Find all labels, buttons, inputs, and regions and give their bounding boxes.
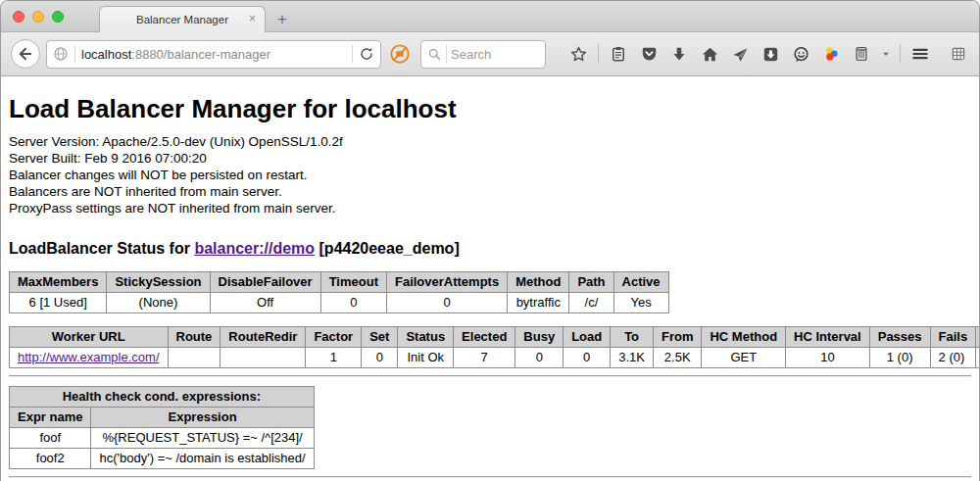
column-header: Route: [168, 327, 220, 348]
server-version-line: Server Version: Apache/2.5.0-dev (Unix) …: [9, 133, 971, 150]
url-host: localhost: [81, 47, 131, 62]
column-header: MaxMembers: [10, 272, 107, 293]
minimize-window-button[interactable]: [32, 11, 44, 23]
column-header: Status: [398, 327, 454, 348]
table-cell: GET: [702, 348, 786, 368]
table-cell: [168, 348, 220, 368]
table-cell: 1 (0): [869, 348, 930, 368]
back-icon: [17, 45, 34, 63]
url-bar[interactable]: localhost:8880/balancer-manager: [46, 40, 381, 69]
table-row: foof2hc('body') =~ /domain is establishe…: [10, 449, 315, 469]
table-cell: Off: [210, 293, 320, 313]
column-header: Expr name: [10, 408, 91, 428]
column-header: StickySession: [107, 272, 210, 293]
search-input[interactable]: [451, 47, 539, 62]
divider-rule: [9, 476, 971, 478]
home-icon[interactable]: [699, 42, 720, 66]
toolbar-icons: [567, 42, 969, 66]
pocket-icon[interactable]: [638, 42, 660, 66]
column-header: Passes: [869, 327, 930, 348]
worker-url-link[interactable]: http://www.example.com/: [18, 350, 160, 364]
column-header: HC uri: [976, 327, 979, 348]
table-cell: 0: [386, 293, 507, 313]
table-cell: Yes: [613, 293, 668, 313]
search-divider: [446, 45, 447, 63]
notes-icon[interactable]: [851, 42, 872, 66]
table-cell: 0: [515, 348, 564, 368]
column-header: DisableFailover: [210, 272, 320, 293]
status-prefix: LoadBalancer Status for: [9, 240, 194, 257]
table-cell: hc('body') =~ /domain is established/: [91, 449, 314, 469]
column-header: HC Interval: [786, 327, 870, 348]
table-cell: 0: [320, 293, 386, 313]
column-header: Method: [508, 272, 569, 293]
search-icon: [427, 47, 442, 62]
table-cell: foof: [10, 428, 91, 449]
table-caption: Health check cond. expressions:: [10, 387, 315, 408]
table-cell: 6 [1 Used]: [10, 293, 107, 313]
clipboard-icon[interactable]: [608, 42, 629, 66]
titlebar: Balancer Manager × +: [1, 1, 979, 32]
table-cell: [220, 348, 306, 368]
bookmark-star-icon[interactable]: [567, 42, 589, 66]
persist-note-line: Balancer changes will NOT be persisted o…: [9, 167, 971, 183]
table-cell: bytraffic: [508, 293, 569, 313]
column-header: RouteRedir: [220, 327, 306, 348]
plugin-blocked-icon[interactable]: [389, 43, 411, 65]
globe-icon: [53, 46, 69, 62]
column-header: Factor: [306, 327, 362, 348]
urlbar-divider: [352, 45, 353, 63]
column-header: Worker URL: [10, 327, 169, 348]
traffic-lights: [13, 11, 64, 23]
column-header: Busy: [515, 327, 564, 348]
column-header: Active: [613, 272, 668, 293]
zoom-window-button[interactable]: [52, 11, 64, 23]
table-cell: 0: [564, 348, 611, 368]
column-header: To: [611, 327, 654, 348]
tab-balancer-manager[interactable]: Balancer Manager ×: [99, 6, 266, 32]
table-cell: (None): [107, 293, 210, 313]
table-row: 6 [1 Used](None)Off00bytraffic/c/Yes: [10, 293, 669, 313]
column-header: Elected: [454, 327, 515, 348]
table-cell: Init Ok: [398, 348, 454, 368]
table-cell: http://www.example.com/: [10, 348, 169, 368]
page-title: Load Balancer Manager for localhost: [9, 76, 971, 124]
tab-close-icon[interactable]: ×: [249, 13, 256, 24]
column-header: Expression: [91, 408, 314, 428]
toolbar-separator: [900, 44, 901, 64]
table-row: http://www.example.com/10Init Ok7003.1K2…: [10, 348, 980, 368]
send-plane-icon[interactable]: [729, 42, 751, 66]
hamburger-menu-icon[interactable]: [909, 42, 931, 66]
url-path: :8880/balancer-manager: [131, 47, 270, 62]
column-header: FailoverAttempts: [386, 272, 507, 293]
column-header: HC Method: [702, 327, 786, 348]
download-arrow-icon[interactable]: [668, 42, 690, 66]
column-header: Set: [362, 327, 398, 348]
column-header: Timeout: [320, 272, 386, 293]
column-header: Path: [569, 272, 613, 293]
column-header: Fails: [930, 327, 976, 348]
table-cell: /c/: [569, 293, 613, 313]
table-cell: 3.1K: [611, 348, 654, 368]
back-button[interactable]: [11, 39, 40, 69]
browser-window: Balancer Manager × + localhost:8880/bala…: [0, 0, 980, 481]
emoji-smiley-icon[interactable]: [790, 42, 811, 66]
worker-status-table: Worker URLRouteRouteRedirFactorSetStatus…: [9, 326, 979, 368]
table-cell: 1: [306, 348, 362, 368]
server-info: Server Version: Apache/2.5.0-dev (Unix) …: [9, 133, 971, 216]
dropdown-caret-icon[interactable]: [881, 42, 891, 66]
proxypass-note-line: ProxyPass settings are NOT inherited fro…: [9, 200, 971, 216]
column-header: Load: [564, 327, 611, 348]
search-box[interactable]: [420, 40, 546, 69]
colored-dots-icon[interactable]: [820, 42, 842, 66]
close-window-button[interactable]: [13, 11, 24, 23]
urlbar-divider: [74, 45, 75, 63]
reload-icon[interactable]: [359, 46, 374, 62]
new-tab-button[interactable]: +: [277, 11, 287, 27]
page-grid-icon[interactable]: [948, 42, 969, 66]
download-box-icon[interactable]: [760, 42, 781, 66]
balancer-link[interactable]: balancer://demo: [194, 240, 315, 257]
health-check-expressions-table: Health check cond. expressions:Expr name…: [9, 386, 315, 469]
table-cell: [976, 348, 979, 368]
url-input[interactable]: localhost:8880/balancer-manager: [81, 47, 346, 62]
